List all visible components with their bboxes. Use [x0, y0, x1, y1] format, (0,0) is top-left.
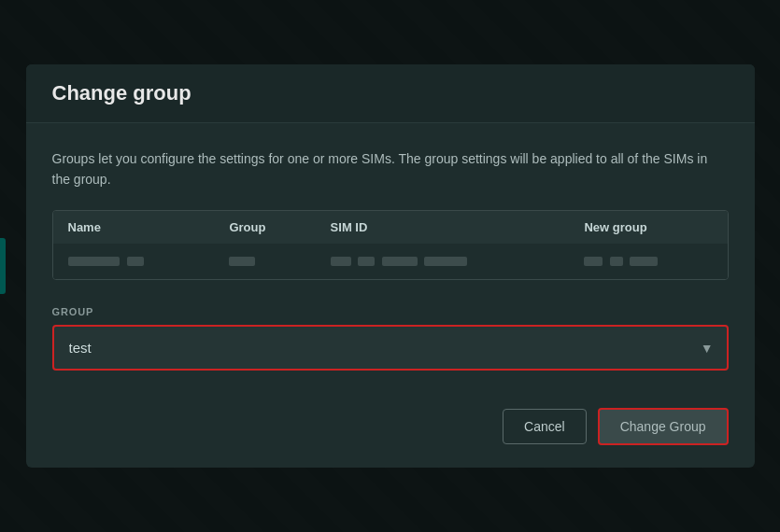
redacted-group [229, 257, 255, 266]
redacted-sim-3 [382, 257, 418, 266]
change-group-modal: Change group Groups let you configure th… [26, 64, 755, 468]
redacted-name-2 [127, 257, 144, 266]
redacted-sim-2 [358, 257, 375, 266]
modal-footer: Cancel Change Group [26, 393, 755, 468]
table-row [53, 244, 728, 279]
modal-header: Change group [26, 64, 755, 123]
redacted-sim-1 [331, 257, 351, 266]
modal-title: Change group [52, 81, 729, 105]
col-new-group: New group [569, 211, 727, 244]
table-body [53, 244, 728, 279]
modal-description: Groups let you configure the settings fo… [52, 149, 729, 189]
group-select[interactable]: test default group1 [54, 327, 727, 369]
table-header-row: Name Group SIM ID New group [53, 211, 728, 244]
cell-new-group [569, 244, 727, 279]
cancel-button[interactable]: Cancel [503, 409, 587, 444]
modal-overlay: Change group Groups let you configure th… [0, 0, 780, 532]
cell-sim-id [316, 244, 570, 279]
cell-group [214, 244, 315, 279]
redacted-ng-3 [630, 257, 658, 266]
redacted-name-1 [68, 257, 120, 266]
change-group-button[interactable]: Change Group [598, 408, 729, 445]
col-group: Group [214, 211, 315, 244]
group-label: GROUP [52, 306, 729, 317]
group-select-wrapper[interactable]: test default group1 ▼ [52, 325, 729, 371]
modal-body: Groups let you configure the settings fo… [26, 123, 755, 393]
col-sim-id: SIM ID [316, 211, 570, 244]
cell-name [53, 244, 215, 279]
sim-table-wrapper: Name Group SIM ID New group [52, 210, 729, 280]
table-header: Name Group SIM ID New group [53, 211, 728, 244]
redacted-ng-2 [610, 257, 623, 266]
col-name: Name [53, 211, 215, 244]
redacted-ng-1 [584, 257, 603, 266]
sim-table: Name Group SIM ID New group [53, 211, 728, 279]
redacted-sim-4 [424, 257, 467, 266]
